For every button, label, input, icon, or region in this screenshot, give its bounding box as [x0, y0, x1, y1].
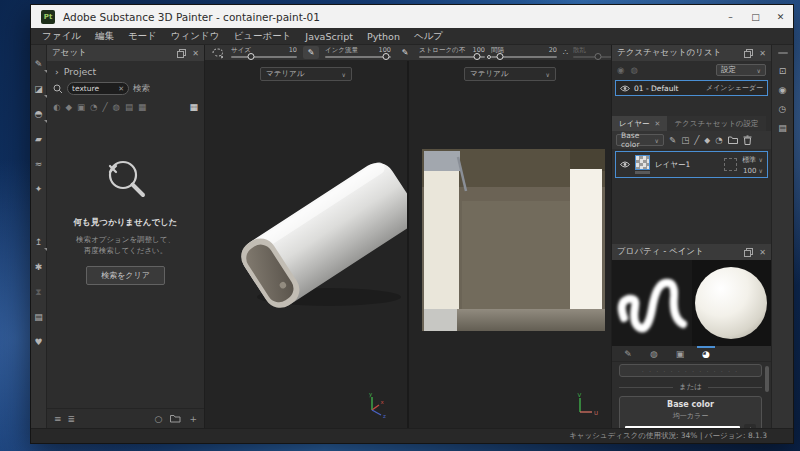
- menu-file[interactable]: ファイル: [35, 30, 88, 43]
- layer-row[interactable]: レイヤー1 標準 ∨ 100 ∨: [615, 151, 768, 178]
- container-3d-model[interactable]: [237, 145, 407, 325]
- eraser-tool-icon[interactable]: ◪: [32, 82, 46, 96]
- history-icon[interactable]: ◷: [776, 102, 789, 115]
- close-tab-icon[interactable]: ✕: [655, 120, 661, 128]
- texture-set-row[interactable]: 01 - Default メインシェーダー: [615, 80, 768, 96]
- grid-view-icon[interactable]: ▦: [189, 102, 198, 112]
- stroke-opacity-slider[interactable]: ストロークの不100: [419, 47, 485, 58]
- material-visibility-icon[interactable]: ◍: [630, 65, 637, 75]
- tab-texture-set-settings[interactable]: テクスチャセットの設定: [667, 116, 765, 131]
- filter-alphas-icon[interactable]: ◍: [113, 102, 120, 112]
- export-tool-icon[interactable]: ↥: [32, 235, 46, 249]
- detail-view-icon[interactable]: ≣: [68, 414, 76, 424]
- add-fill-layer-icon[interactable]: ◳: [681, 135, 689, 145]
- stencil-tool-icon[interactable]: ▤: [32, 310, 46, 324]
- add-mask-icon[interactable]: ⬥: [704, 135, 710, 146]
- display-settings-icon[interactable]: ⊡: [776, 64, 789, 77]
- menu-viewport[interactable]: ビューポート: [226, 30, 298, 43]
- title-bar[interactable]: Pt Adobe Substance 3D Painter - containe…: [31, 5, 793, 28]
- menu-python[interactable]: Python: [360, 31, 407, 42]
- filter-filters-icon[interactable]: ◔: [90, 102, 97, 112]
- menu-window[interactable]: ウィンドウ: [164, 30, 227, 43]
- undock-icon[interactable]: [744, 49, 753, 58]
- mask-tool-icon[interactable]: ♥: [32, 335, 46, 349]
- layer-mask-slot[interactable]: [724, 158, 737, 171]
- blend-mode-dropdown[interactable]: 標準 ∨: [742, 155, 763, 165]
- shader-settings-icon[interactable]: ◉: [776, 83, 789, 96]
- material-preset-button[interactable]: · · · · · · · · · · · · · ·: [619, 364, 762, 377]
- properties-scroll-area[interactable]: · · · · · · · · · · · · · · または Base col…: [612, 362, 771, 428]
- layer-opacity-dropdown[interactable]: 100 ∨: [743, 167, 763, 175]
- filter-environments-icon[interactable]: ▦: [138, 102, 146, 112]
- scatter-dots-icon[interactable]: ∴: [563, 48, 567, 57]
- material-view-dropdown-2d[interactable]: マテリアル∨: [464, 67, 556, 81]
- spacing-slider[interactable]: 間隔20: [491, 47, 557, 58]
- menu-javascript[interactable]: JavaScript: [298, 31, 360, 42]
- undock-icon[interactable]: [744, 248, 753, 257]
- filter-brushes-icon[interactable]: ╱: [102, 102, 107, 112]
- filter-smart-materials-icon[interactable]: ◆: [65, 102, 72, 112]
- maximize-button[interactable]: □: [743, 5, 768, 28]
- viewport-2d[interactable]: マテリアル∨: [409, 61, 611, 428]
- menu-mode[interactable]: モード: [121, 30, 164, 43]
- mesh-visibility-icon[interactable]: ◉: [617, 65, 624, 75]
- base-color-swatch[interactable]: [625, 426, 740, 429]
- close-panel-icon[interactable]: ✕: [759, 248, 766, 257]
- resources-icon[interactable]: ▤: [776, 121, 789, 134]
- particles-tool-icon[interactable]: ✱: [32, 260, 46, 274]
- close-button[interactable]: ✕: [768, 5, 793, 28]
- clone-tool-icon[interactable]: ✦: [32, 182, 46, 196]
- flow-pressure-icon[interactable]: ✎: [397, 46, 413, 59]
- add-paint-layer-icon[interactable]: ╱: [694, 135, 699, 145]
- search-input-box[interactable]: ✕: [67, 82, 129, 95]
- clear-search-button[interactable]: 検索をクリア: [86, 266, 165, 285]
- menu-edit[interactable]: 編集: [88, 30, 121, 43]
- search-input[interactable]: [72, 84, 118, 93]
- add-asset-icon[interactable]: +: [189, 414, 197, 424]
- undock-icon[interactable]: [177, 49, 186, 58]
- stroke-shape-icon[interactable]: [211, 47, 225, 59]
- tab-brush[interactable]: ✎: [616, 346, 640, 361]
- tab-stencil[interactable]: ▣: [668, 346, 692, 361]
- channel-filter-dropdown[interactable]: Base color∨: [616, 134, 664, 146]
- axis-gizmo-2d[interactable]: V U: [573, 392, 599, 418]
- settings-dropdown[interactable]: 設定∨: [716, 64, 766, 76]
- viewport-3d[interactable]: マテリアル∨: [205, 61, 407, 428]
- close-panel-icon[interactable]: ✕: [192, 49, 199, 58]
- close-panel-icon[interactable]: ✕: [759, 49, 766, 58]
- eye-icon[interactable]: [620, 85, 630, 92]
- project-tree-item[interactable]: › Project: [47, 61, 204, 79]
- filter-materials-icon[interactable]: ◐: [53, 102, 60, 112]
- filter-smart-masks-icon[interactable]: ▣: [77, 102, 85, 112]
- filter-textures-icon[interactable]: ▤: [125, 102, 133, 112]
- size-pressure-icon[interactable]: ✎: [303, 46, 319, 59]
- menu-help[interactable]: ヘルプ: [407, 30, 450, 43]
- edit-layer-icon[interactable]: ✎: [669, 135, 676, 145]
- smudge-tool-icon[interactable]: ≈: [32, 157, 46, 171]
- dock-collapse-handle[interactable]: [778, 52, 788, 54]
- properties-scrollbar[interactable]: [765, 366, 769, 392]
- minimize-button[interactable]: –: [718, 5, 743, 28]
- tab-material[interactable]: ◕: [694, 346, 718, 361]
- polygon-fill-tool-icon[interactable]: ▰: [32, 132, 46, 146]
- paint-tool-icon[interactable]: ✎: [32, 57, 46, 71]
- list-view-icon[interactable]: ≡: [54, 414, 62, 424]
- folder-icon[interactable]: [170, 414, 181, 423]
- tab-layers[interactable]: レイヤー✕: [612, 116, 667, 131]
- tab-alpha[interactable]: ◍: [642, 346, 666, 361]
- refresh-icon[interactable]: ○: [155, 414, 163, 424]
- clear-search-icon[interactable]: ✕: [118, 85, 124, 93]
- uv-texture-2d[interactable]: [422, 149, 605, 331]
- color-picker-dropper-icon[interactable]: [744, 424, 756, 428]
- base-color-channel-box[interactable]: Base color 均一カラー: [619, 396, 762, 428]
- flow-slider[interactable]: インク流量100: [325, 47, 391, 58]
- axis-gizmo-3d[interactable]: y x z: [363, 390, 389, 418]
- layer-thumbnail[interactable]: [635, 155, 650, 170]
- add-group-folder-icon[interactable]: [728, 136, 738, 144]
- layer-visibility-eye-icon[interactable]: [620, 161, 630, 168]
- delete-layer-trash-icon[interactable]: [743, 135, 752, 145]
- size-slider[interactable]: サイズ10: [231, 47, 297, 58]
- material-view-dropdown-3d[interactable]: マテリアル∨: [260, 67, 352, 81]
- add-effect-icon[interactable]: ◔: [715, 135, 722, 145]
- projection-tool-icon[interactable]: ◓: [32, 107, 46, 121]
